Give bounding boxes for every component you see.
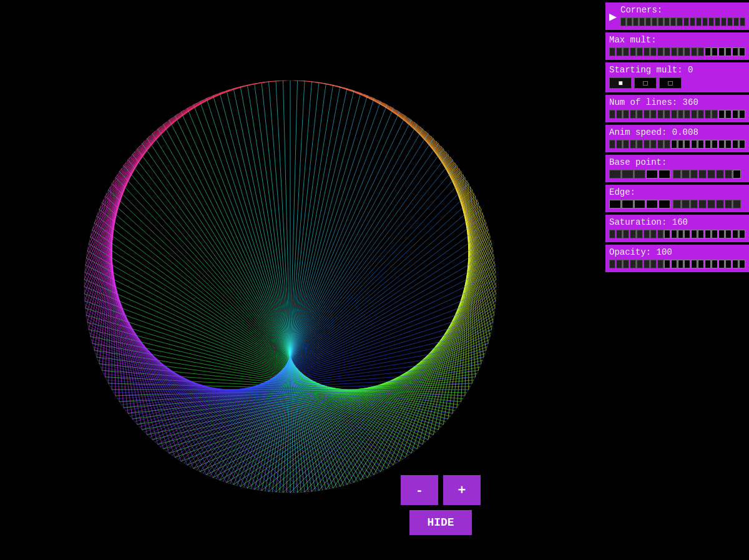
sidebar: ▶ Corners: Max mult: Starting mult: 0 ■ … <box>605 0 749 560</box>
base-point-slider-1[interactable] <box>609 170 670 179</box>
zoom-in-button[interactable]: + <box>443 475 481 505</box>
starting-mult-control: Starting mult: 0 ■ □ □ <box>605 62 749 92</box>
starting-mult-buttons: ■ □ □ <box>609 77 745 89</box>
starting-mult-btn-1[interactable]: ■ <box>609 77 632 89</box>
corners-slider[interactable] <box>620 17 745 26</box>
zoom-controls: - + <box>401 475 481 505</box>
saturation-control: Saturation: 160 <box>605 215 749 242</box>
starting-mult-btn-3[interactable]: □ <box>659 77 682 89</box>
base-point-control: Base point: <box>605 155 749 182</box>
canvas-area: - + HIDE <box>0 0 605 560</box>
opacity-slider[interactable] <box>609 260 745 268</box>
anim-speed-label: Anim speed: 0.008 <box>609 127 745 137</box>
edge-slider-2[interactable] <box>673 200 741 209</box>
num-lines-label: Num of lines: 360 <box>609 97 745 107</box>
edge-label: Edge: <box>609 187 745 197</box>
opacity-label: Opacity: 100 <box>609 247 745 257</box>
corners-control: ▶ Corners: <box>605 2 749 30</box>
edge-control: Edge: <box>605 185 749 212</box>
bottom-controls: - + HIDE <box>401 475 481 535</box>
play-button[interactable]: ▶ <box>609 9 617 24</box>
corners-label: Corners: <box>620 5 745 15</box>
num-lines-slider[interactable] <box>609 110 745 119</box>
max-mult-control: Max mult: <box>605 32 749 60</box>
starting-mult-btn-2[interactable]: □ <box>634 77 657 89</box>
base-point-label: Base point: <box>609 157 745 167</box>
anim-speed-slider[interactable] <box>609 140 745 149</box>
edge-slider-1[interactable] <box>609 200 670 209</box>
hide-button[interactable]: HIDE <box>409 510 471 535</box>
max-mult-label: Max mult: <box>609 35 745 45</box>
starting-mult-label: Starting mult: 0 <box>609 65 745 75</box>
base-point-slider-2[interactable] <box>673 170 741 179</box>
num-lines-control: Num of lines: 360 <box>605 95 749 122</box>
saturation-slider[interactable] <box>609 230 745 238</box>
opacity-control: Opacity: 100 <box>605 245 749 272</box>
visualization-canvas <box>12 9 593 552</box>
max-mult-slider[interactable] <box>609 47 745 56</box>
anim-speed-control: Anim speed: 0.008 <box>605 125 749 152</box>
saturation-label: Saturation: 160 <box>609 217 745 227</box>
zoom-out-button[interactable]: - <box>401 475 438 505</box>
